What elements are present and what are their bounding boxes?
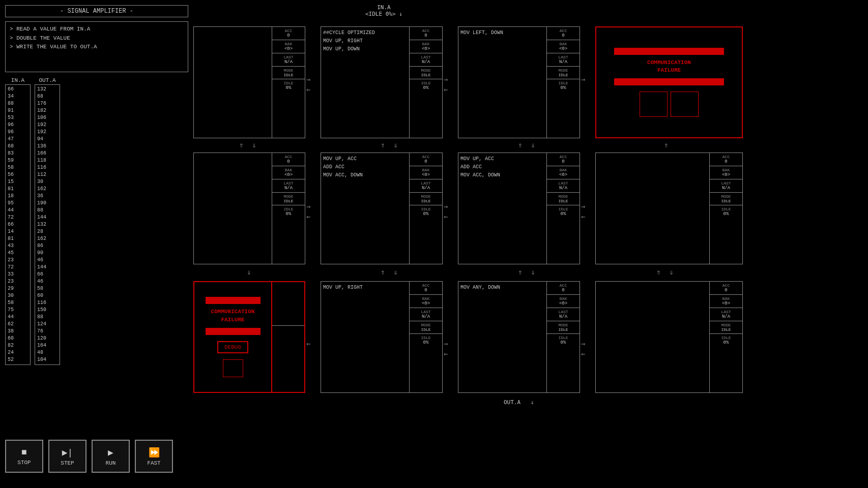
arrow-r1c2-right: ⇒ bbox=[444, 75, 448, 84]
arrow-r3c1-left: ⇐ bbox=[306, 340, 310, 348]
in-value-0: 66 bbox=[8, 86, 28, 93]
out-value-20: 28 bbox=[37, 228, 57, 235]
out-value-7: 94 bbox=[37, 136, 57, 143]
out-value-12: 112 bbox=[37, 171, 57, 178]
out-value-6: 192 bbox=[37, 129, 57, 136]
step-label: STEP bbox=[61, 460, 74, 466]
in-value-22: 43 bbox=[8, 242, 28, 250]
in-col: IN.A 66348891539696476883595856158118954… bbox=[5, 77, 31, 365]
out-value-8: 136 bbox=[37, 143, 57, 150]
out-values: 1326817618210619219294136166118116112301… bbox=[35, 84, 60, 365]
title: - SIGNAL AMPLIFIER - bbox=[5, 5, 188, 17]
failure-bar-1 bbox=[206, 297, 261, 304]
in-a-top-label: IN.A <IDLE 0%> ↓ bbox=[365, 4, 402, 17]
node-r3c3: MOV ANY, DOWN ACC0 BAK<0> LASTN/A MODEID… bbox=[458, 281, 580, 393]
in-value-32: 44 bbox=[8, 314, 28, 321]
arrow-r2c2-right: ⇒ bbox=[444, 202, 448, 211]
failure-bar-2 bbox=[206, 328, 261, 335]
in-value-15: 18 bbox=[8, 193, 28, 200]
in-value-25: 72 bbox=[8, 264, 28, 271]
io-section: IN.A 66348891539696476883595856158118954… bbox=[5, 77, 188, 365]
step-icon: ▶| bbox=[62, 447, 73, 458]
node-r2c3: MOV UP, ACC ADD ACC MOV ACC, DOWN ACC0 B… bbox=[458, 152, 580, 264]
out-value-14: 162 bbox=[37, 186, 57, 193]
arrow-r3c2-right: ⇒ bbox=[444, 340, 448, 348]
out-value-29: 60 bbox=[37, 292, 57, 299]
stop-icon: ■ bbox=[21, 447, 27, 458]
arrow-r1c2-down: ⇑ ⇓ bbox=[381, 141, 398, 149]
in-value-1: 34 bbox=[8, 93, 28, 100]
node-r2c1: ACC0 BAK<0> LASTN/A MODEIDLE IDLE0% bbox=[193, 152, 305, 264]
in-value-13: 15 bbox=[8, 178, 28, 186]
in-value-30: 58 bbox=[8, 299, 28, 307]
arrow-r1c1-left: ⇐ bbox=[306, 85, 310, 94]
out-value-15: 36 bbox=[37, 193, 57, 200]
fast-button[interactable]: ⏩ FAST bbox=[135, 440, 173, 473]
step-button[interactable]: ▶| STEP bbox=[48, 440, 86, 473]
out-value-31: 150 bbox=[37, 307, 57, 314]
in-value-6: 96 bbox=[8, 129, 28, 136]
arrow-r2c3-left: ⇐ bbox=[581, 212, 585, 221]
out-value-24: 46 bbox=[37, 257, 57, 264]
arrow-r2c1-right: ⇒ bbox=[306, 202, 310, 211]
in-value-21: 81 bbox=[8, 235, 28, 242]
out-value-11: 116 bbox=[37, 164, 57, 171]
out-col: OUT.A 1326817618210619219294136166118116… bbox=[35, 77, 60, 365]
arrow-r2c3-right: ⇒ bbox=[581, 202, 585, 211]
in-value-20: 14 bbox=[8, 228, 28, 235]
arrow-r2c1-left: ⇐ bbox=[306, 212, 310, 221]
in-value-27: 23 bbox=[8, 278, 28, 285]
run-button[interactable]: ▶ RUN bbox=[92, 440, 130, 473]
node-r3c1-failure: COMMUNICATIONFAILURE DEBUG bbox=[193, 281, 305, 393]
arrow-r1c1-right: ⇒ bbox=[306, 75, 310, 84]
in-value-8: 68 bbox=[8, 143, 28, 150]
out-value-10: 118 bbox=[37, 157, 57, 164]
node-r3c4: ACC0 BAK<0> LASTN/A MODEIDLE IDLE0% bbox=[595, 281, 743, 393]
debug-button[interactable]: DEBUG bbox=[217, 341, 248, 353]
arrow-r1c1-down: ⇑ ⇓ bbox=[239, 141, 256, 149]
in-value-35: 60 bbox=[8, 335, 28, 342]
in-value-9: 83 bbox=[8, 150, 28, 157]
out-value-5: 192 bbox=[37, 121, 57, 129]
arrow-r1c3-down: ⇑ ⇓ bbox=[518, 141, 535, 149]
arrow-r1c2-left: ⇐ bbox=[444, 85, 448, 94]
arrow-r2c2-left: ⇐ bbox=[444, 212, 448, 221]
fast-icon: ⏩ bbox=[149, 447, 160, 458]
out-value-22: 86 bbox=[37, 242, 57, 250]
stop-button[interactable]: ■ STOP bbox=[5, 440, 43, 473]
in-value-19: 66 bbox=[8, 221, 28, 228]
fast-label: FAST bbox=[147, 460, 160, 466]
out-header: OUT.A bbox=[35, 77, 60, 83]
arrow-r2c2-down: ⇑ ⇓ bbox=[381, 268, 398, 277]
in-value-14: 81 bbox=[8, 186, 28, 193]
in-value-16: 95 bbox=[8, 200, 28, 207]
out-value-35: 120 bbox=[37, 335, 57, 342]
in-value-26: 33 bbox=[8, 271, 28, 278]
in-value-18: 72 bbox=[8, 214, 28, 221]
out-value-38: 104 bbox=[37, 356, 57, 363]
out-value-30: 116 bbox=[37, 299, 57, 307]
node-r1c3: MOV LEFT, DOWN ACC0 BAK<0> LASTN/A MODEI… bbox=[458, 26, 580, 138]
out-value-2: 176 bbox=[37, 100, 57, 107]
run-icon: ▶ bbox=[108, 447, 113, 458]
arrow-r2c3-down: ⇑ ⇓ bbox=[518, 268, 535, 277]
in-value-3: 91 bbox=[8, 107, 28, 114]
arrow-r3c3-left: ⇐ bbox=[581, 350, 585, 358]
in-value-38: 52 bbox=[8, 356, 28, 363]
node-r1c1: ACC0 BAK<0> LASTN/A MODEIDLE IDLE0% bbox=[193, 26, 305, 138]
out-value-28: 58 bbox=[37, 285, 57, 292]
node-r2c2: MOV UP, ACC ADD ACC MOV ACC, DOWN ACC0 B… bbox=[321, 152, 443, 264]
out-value-26: 66 bbox=[37, 271, 57, 278]
arrow-r1c4-down: ⇑ bbox=[664, 141, 668, 149]
out-a-bottom-label: OUT.A ⇓ bbox=[504, 399, 534, 406]
in-value-7: 47 bbox=[8, 136, 28, 143]
in-value-33: 62 bbox=[8, 321, 28, 328]
out-value-21: 162 bbox=[37, 235, 57, 242]
in-value-31: 75 bbox=[8, 307, 28, 314]
in-value-28: 29 bbox=[8, 285, 28, 292]
node-r3c2: MOV UP, RIGHT ACC0 BAK<0> LASTN/A MODEID… bbox=[321, 281, 443, 393]
in-value-2: 88 bbox=[8, 100, 28, 107]
in-value-34: 38 bbox=[8, 328, 28, 335]
in-value-37: 24 bbox=[8, 349, 28, 356]
in-value-17: 44 bbox=[8, 207, 28, 214]
